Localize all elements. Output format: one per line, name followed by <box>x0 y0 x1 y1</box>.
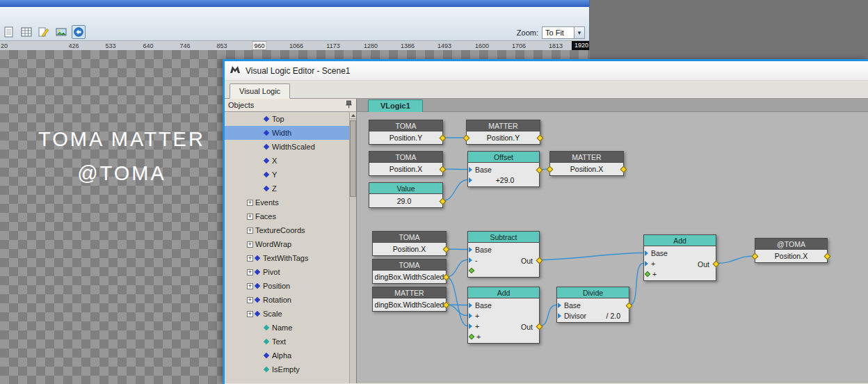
diamond-bullet-icon <box>255 297 260 303</box>
node-attoma_posx[interactable]: @TOMAPosition.X <box>755 238 828 263</box>
expand-plus-icon[interactable]: + <box>247 311 253 317</box>
ruler-tick: 426 <box>67 42 80 50</box>
chevron-down-icon[interactable]: ▼ <box>574 27 584 38</box>
canvas-tabstrip: VLogic1 <box>357 99 868 112</box>
input-port-icon[interactable] <box>558 313 561 319</box>
node-header: MATTER <box>550 152 623 163</box>
expand-plus-icon[interactable]: + <box>247 241 253 248</box>
unconnected-port-icon[interactable] <box>469 267 474 273</box>
node-add2[interactable]: AddBase++Out <box>643 234 716 281</box>
scroll-up-icon[interactable] <box>350 112 356 119</box>
objects-item-label: Events <box>255 198 279 207</box>
node-toma_posy[interactable]: TOMAPosition.Y <box>369 120 443 145</box>
node-divide[interactable]: DivideBaseDivisor/ 2.0 <box>556 287 629 323</box>
objects-item-name[interactable]: Name <box>225 321 356 335</box>
node-subtract[interactable]: SubtractBase-Out <box>467 231 540 278</box>
objects-item-label: Width <box>272 129 291 137</box>
input-port-icon[interactable] <box>469 167 472 173</box>
table-icon[interactable] <box>19 25 33 39</box>
objects-item-label: Name <box>272 323 292 332</box>
unconnected-port-icon[interactable] <box>645 271 650 276</box>
objects-item-z[interactable]: Z <box>225 182 356 195</box>
page-icon[interactable] <box>2 25 16 39</box>
objects-item-rotation[interactable]: +Rotation <box>225 293 356 307</box>
node-header: MATTER <box>467 120 540 131</box>
node-header: TOMA <box>373 259 446 271</box>
window-titlebar[interactable]: Visual Logic Editor - Scene1 <box>225 61 868 81</box>
objects-item-scale[interactable]: +Scale <box>225 307 356 321</box>
expand-plus-icon[interactable]: + <box>247 227 253 234</box>
input-port-icon[interactable] <box>645 250 648 256</box>
node-toma_posx[interactable]: TOMAPosition.X <box>369 151 443 176</box>
ruler-tick: 1813 <box>547 42 564 50</box>
objects-item-faces[interactable]: +Faces <box>225 209 356 223</box>
node-matter_posy[interactable]: MATTERPosition.Y <box>466 120 540 145</box>
node-property: Position.Y <box>369 131 442 144</box>
scrollbar-thumb[interactable] <box>350 120 356 197</box>
window-title: Visual Logic Editor - Scene1 <box>246 66 351 76</box>
node-header: Subtract <box>468 232 539 243</box>
tab-visual-logic[interactable]: Visual Logic <box>230 83 290 99</box>
row-value: 29.0 <box>370 197 442 205</box>
expand-plus-icon[interactable]: + <box>247 269 253 275</box>
pencil-icon[interactable] <box>37 25 51 39</box>
objects-item-alpha[interactable]: Alpha <box>225 349 356 362</box>
image-icon[interactable] <box>54 25 68 39</box>
node-offset[interactable]: OffsetBase+29.0 <box>467 151 540 187</box>
background-app-window: Zoom: To Fit ▼ 2042653364074685396010661… <box>0 0 590 50</box>
expand-plus-icon[interactable]: + <box>247 297 253 303</box>
ruler-tick: 746 <box>178 42 191 50</box>
ruler-tick: 1280 <box>362 42 379 50</box>
objects-item-y[interactable]: Y <box>225 168 356 182</box>
objects-item-widthscaled[interactable]: WidthScaled <box>225 140 356 154</box>
objects-list: TopWidthWidthScaledXYZ+Events+Faces+Text… <box>225 112 356 383</box>
input-port-icon[interactable] <box>469 313 472 319</box>
zoom-dropdown[interactable]: To Fit ▼ <box>542 26 585 39</box>
diamond-bullet-icon <box>264 325 269 330</box>
diamond-bullet-icon <box>264 116 269 122</box>
unconnected-port-icon[interactable] <box>469 333 474 339</box>
objects-item-isempty[interactable]: IsEmpty <box>225 362 356 376</box>
objects-scrollbar[interactable] <box>349 112 356 383</box>
input-port-icon[interactable] <box>469 247 472 253</box>
objects-item-pivot[interactable]: +Pivot <box>225 265 356 279</box>
diamond-bullet-icon <box>255 269 260 275</box>
input-port-icon[interactable] <box>645 261 648 266</box>
node-header: TOMA <box>369 120 442 131</box>
input-port-icon[interactable] <box>469 323 472 329</box>
node-toma_bbox[interactable]: TOMAdingBox.WidthScaled <box>372 259 447 284</box>
background-window-titlebar <box>0 0 589 7</box>
diamond-bullet-icon <box>264 172 269 177</box>
input-port-icon[interactable] <box>469 303 472 308</box>
diamond-bullet-icon <box>255 255 260 261</box>
navigate-icon[interactable] <box>72 25 86 39</box>
objects-item-wordwrap[interactable]: +WordWrap <box>225 237 356 251</box>
objects-item-texturecoords[interactable]: +TextureCoords <box>225 223 356 237</box>
editor-tabstrip: Visual Logic <box>225 81 868 99</box>
objects-item-top[interactable]: Top <box>225 112 356 126</box>
node-matter_bbox[interactable]: MATTERdingBox.WidthScaled <box>372 287 447 312</box>
objects-item-x[interactable]: X <box>225 154 356 168</box>
input-port-icon[interactable] <box>469 257 472 263</box>
diamond-bullet-icon <box>264 158 269 163</box>
node-value29[interactable]: Value29.0 <box>369 182 443 208</box>
objects-item-events[interactable]: +Events <box>225 195 356 209</box>
node-add1[interactable]: AddBase+++Out <box>467 287 540 344</box>
objects-item-textwithtags[interactable]: +TextWithTags <box>225 251 356 265</box>
expand-plus-icon[interactable]: + <box>247 214 253 220</box>
expand-plus-icon[interactable]: + <box>247 283 253 289</box>
objects-item-position[interactable]: +Position <box>225 279 356 293</box>
node-canvas[interactable]: VLogic1 TOMAPosition.YMATTERPosition.YTO… <box>357 99 868 383</box>
objects-item-text[interactable]: Text <box>225 335 356 349</box>
node-toma_posx2[interactable]: TOMAPosition.X <box>372 231 447 256</box>
node-property: dingBox.WidthScaled <box>373 298 446 311</box>
row-label: - <box>475 256 478 264</box>
input-port-icon[interactable] <box>469 177 472 183</box>
objects-item-width[interactable]: Width <box>225 126 356 140</box>
expand-plus-icon[interactable]: + <box>247 255 253 262</box>
pin-icon[interactable] <box>345 100 353 110</box>
input-port-icon[interactable] <box>558 303 561 308</box>
tab-vlogic1[interactable]: VLogic1 <box>368 99 423 112</box>
expand-plus-icon[interactable]: + <box>247 200 253 206</box>
node-matter_posx[interactable]: MATTERPosition.X <box>549 151 624 176</box>
